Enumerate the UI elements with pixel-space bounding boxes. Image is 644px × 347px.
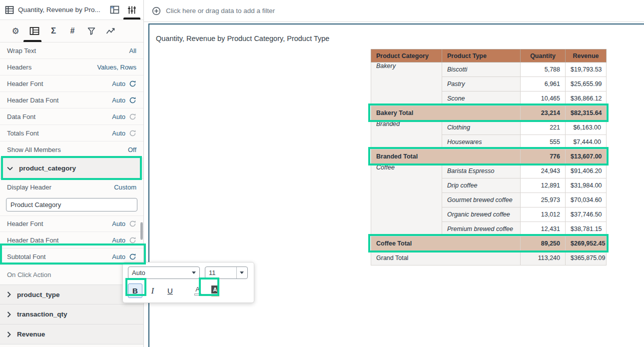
chevron-right-icon <box>7 292 11 298</box>
col-header-quantity[interactable]: Quantity <box>521 50 566 62</box>
quantity-cell[interactable]: 6,961 <box>521 77 566 92</box>
section-transaction-qty[interactable]: transaction_qty <box>0 304 143 324</box>
funnel-filter-icon[interactable] <box>82 22 101 40</box>
underline-button[interactable]: U <box>163 284 177 298</box>
grand-total-revenue[interactable]: $365,875.09 <box>566 251 607 266</box>
category-cell[interactable]: Bakery <box>371 62 442 106</box>
bold-button[interactable]: B <box>128 284 142 298</box>
grand-total-quantity[interactable]: 113,240 <box>521 251 566 266</box>
type-cell[interactable]: Gourmet brewed coffee <box>442 193 521 208</box>
prop-header-font[interactable]: Header Font Auto <box>0 76 143 92</box>
type-cell[interactable]: Pastry <box>442 77 521 92</box>
prop-header-data-font[interactable]: Header Data Font Auto <box>0 92 143 108</box>
subtotal-revenue[interactable]: $82,315.64 <box>566 106 607 120</box>
revenue-cell[interactable]: $6,163.00 <box>566 120 607 135</box>
revenue-cell[interactable]: $31,984.00 <box>566 178 607 193</box>
subtotal-quantity[interactable]: 23,214 <box>521 106 566 120</box>
prop-data-font[interactable]: Data Font Auto <box>0 108 143 125</box>
quantity-cell[interactable]: 221 <box>521 120 566 135</box>
chevron-right-icon <box>7 312 11 318</box>
font-editor-popup: Auto 11 B I U A A <box>122 262 254 303</box>
quantity-cell[interactable]: 555 <box>521 135 566 150</box>
display-header-input[interactable] <box>6 198 137 212</box>
revenue-cell[interactable]: $70,034.60 <box>566 193 607 208</box>
prop-display-header[interactable]: Display Header Custom <box>0 179 143 196</box>
section-product-category[interactable]: product_category <box>0 158 143 179</box>
prop-cat-header-font[interactable]: Header Font Auto <box>0 216 143 232</box>
sigma-totals-icon[interactable]: Σ <box>44 22 63 40</box>
subtotal-label[interactable]: Branded Total <box>371 150 521 164</box>
number-format-icon[interactable]: # <box>63 22 82 40</box>
chevron-down-icon <box>7 166 13 170</box>
quantity-cell[interactable]: 24,943 <box>521 164 566 178</box>
revenue-cell[interactable]: $7,444.00 <box>566 135 607 150</box>
prop-cat-header-data-font[interactable]: Header Data Font Auto <box>0 232 143 248</box>
table-row: Bakery Biscotti 5,788 $19,793.53 <box>371 62 607 77</box>
trend-analytics-icon[interactable] <box>101 22 120 40</box>
refresh-icon[interactable] <box>129 220 136 228</box>
gear-icon[interactable]: ⚙ <box>6 22 25 40</box>
italic-button[interactable]: I <box>145 284 160 298</box>
revenue-cell[interactable]: $25,655.99 <box>566 77 607 92</box>
prop-wrap-text[interactable]: Wrap Text All <box>0 42 143 59</box>
subtotal-quantity[interactable]: 89,250 <box>521 236 566 251</box>
prop-on-click-action[interactable]: On Click Action <box>0 265 143 284</box>
quantity-cell[interactable]: 12,431 <box>521 222 566 236</box>
col-header-product-category[interactable]: Product Category <box>371 50 442 62</box>
refresh-icon[interactable] <box>129 80 136 88</box>
app-root: Quantity, Revenue by Pro... ⚙ Σ # <box>0 0 644 347</box>
revenue-cell[interactable]: $37,746.50 <box>566 208 607 222</box>
col-header-product-type[interactable]: Product Type <box>442 50 521 62</box>
font-family-select[interactable]: Auto <box>128 266 200 279</box>
refresh-icon[interactable] <box>129 130 136 137</box>
filter-bar[interactable]: Click here or drag data to add a filter <box>144 0 644 22</box>
type-cell[interactable]: Barista Espresso <box>442 164 521 178</box>
prop-headers[interactable]: Headers Values, Rows <box>0 59 143 76</box>
type-cell[interactable]: Organic brewed coffee <box>442 208 521 222</box>
revenue-cell[interactable]: $19,793.53 <box>566 62 607 77</box>
quantity-cell[interactable]: 5,788 <box>521 62 566 77</box>
panel-header: Quantity, Revenue by Pro... <box>0 0 143 20</box>
prop-totals-font[interactable]: Totals Font Auto <box>0 125 143 142</box>
type-cell[interactable]: Premium brewed coffee <box>442 222 521 236</box>
subtotal-label[interactable]: Coffee Total <box>371 236 521 251</box>
section-product-type[interactable]: product_type <box>0 284 143 304</box>
refresh-icon[interactable] <box>129 96 136 104</box>
category-cell[interactable]: Coffee <box>371 164 442 236</box>
type-cell[interactable]: Scone <box>442 92 521 106</box>
prop-subtotal-font[interactable]: Subtotal Font Auto <box>0 248 143 265</box>
type-cell[interactable]: Clothing <box>442 120 521 135</box>
refresh-icon[interactable] <box>129 253 136 260</box>
quantity-cell[interactable]: 12,891 <box>521 178 566 193</box>
refresh-icon[interactable] <box>129 236 136 244</box>
font-color-button[interactable]: A <box>190 284 205 298</box>
quantity-cell[interactable]: 25,973 <box>521 193 566 208</box>
revenue-cell[interactable]: $36,866.12 <box>566 92 607 106</box>
subtotal-revenue[interactable]: $269,952.45 <box>566 236 607 251</box>
subtotal-quantity[interactable]: 776 <box>521 150 566 164</box>
highlight-color-button[interactable]: A <box>208 284 222 298</box>
table-row: Coffee Barista Espresso 24,943 $91,406.2… <box>371 164 607 178</box>
table-tab-icon[interactable] <box>25 22 44 40</box>
pivot-table: Product Category Product Type Quantity R… <box>371 49 606 266</box>
category-cell[interactable]: Branded <box>371 120 442 150</box>
revenue-cell[interactable]: $91,406.20 <box>566 164 607 178</box>
grand-total-label[interactable]: Grand Total <box>371 251 521 266</box>
col-header-revenue[interactable]: Revenue <box>566 50 607 62</box>
subtotal-revenue[interactable]: $13,607.00 <box>566 150 607 164</box>
type-cell[interactable]: Drip coffee <box>442 178 521 193</box>
type-cell[interactable]: Biscotti <box>442 62 521 77</box>
quantity-cell[interactable]: 10,465 <box>521 92 566 106</box>
revenue-cell[interactable]: $38,781.15 <box>566 222 607 236</box>
quantity-cell[interactable]: 13,012 <box>521 208 566 222</box>
panel-scrollbar-thumb[interactable] <box>140 222 143 240</box>
font-size-select[interactable]: 11 <box>205 266 248 279</box>
grand-total-row: Grand Total 113,240 $365,875.09 <box>371 251 607 266</box>
sliders-icon[interactable] <box>127 6 136 14</box>
type-cell[interactable]: Housewares <box>442 135 521 150</box>
refresh-icon[interactable] <box>129 113 136 120</box>
layout-grid-icon[interactable] <box>110 5 119 14</box>
section-revenue[interactable]: Revenue <box>0 324 143 344</box>
subtotal-label[interactable]: Bakery Total <box>371 106 521 120</box>
prop-show-all-members[interactable]: Show All Members Off <box>0 142 143 158</box>
